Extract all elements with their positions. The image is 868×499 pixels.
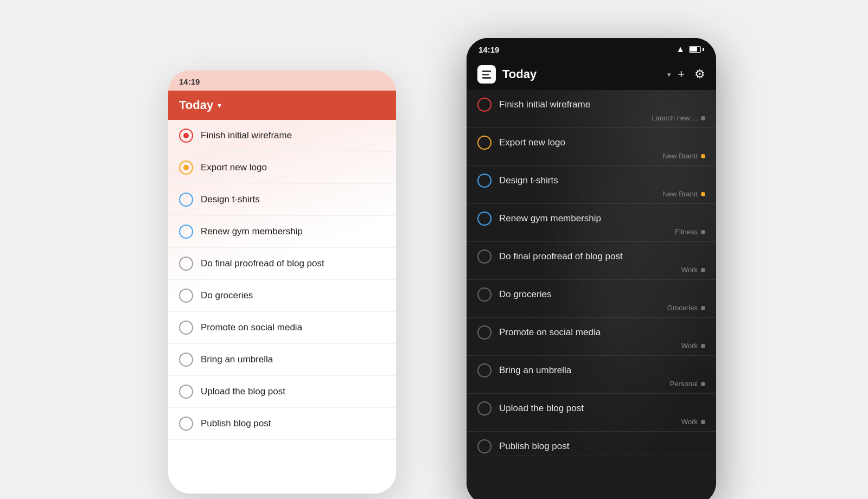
- task-label: Export new logo: [499, 137, 565, 148]
- task-label: Publish blog post: [201, 418, 271, 429]
- light-task-item[interactable]: Design t-shirts: [168, 184, 396, 216]
- task-circle: [477, 212, 492, 226]
- task-main: Do final proofread of blog post: [477, 242, 705, 266]
- tag-dot: [701, 154, 705, 158]
- task-label: Finish initial wireframe: [499, 99, 590, 110]
- dark-task-item[interactable]: Do final proofread of blog post Work: [467, 242, 716, 280]
- task-label: Do final proofread of blog post: [201, 258, 324, 269]
- light-task-item[interactable]: Export new logo: [168, 152, 396, 184]
- task-main: Bring an umbrella: [477, 356, 705, 380]
- dark-header-chevron: ▾: [667, 71, 671, 79]
- light-status-time: 14:19: [179, 77, 200, 86]
- dark-task-item[interactable]: Design t-shirts New Brand: [467, 166, 716, 204]
- task-tag: New Brand: [663, 190, 698, 198]
- dark-header: Today ▾ + ⚙: [467, 59, 716, 90]
- task-circle: [477, 136, 492, 150]
- light-task-item[interactable]: Bring an umbrella: [168, 344, 396, 376]
- tag-dot: [701, 382, 705, 386]
- tag-dot: [701, 268, 705, 272]
- task-label: Promote on social media: [499, 327, 601, 338]
- dark-task-item[interactable]: Promote on social media Work: [467, 318, 716, 356]
- dark-task-item[interactable]: Do groceries Groceries: [467, 280, 716, 318]
- task-meta: Work: [477, 418, 705, 431]
- task-tag: New Brand: [663, 152, 698, 160]
- light-task-item[interactable]: Finish initial wireframe: [168, 120, 396, 152]
- tag-dot: [701, 230, 705, 234]
- task-label: Bring an umbrella: [499, 365, 571, 376]
- task-tag: Work: [681, 418, 698, 426]
- phone-dark: 14:19 ▲: [467, 38, 716, 499]
- task-main: Upload the blog post: [477, 394, 705, 418]
- task-circle-gray: [179, 289, 193, 303]
- light-task-item[interactable]: Upload the blog post: [168, 376, 396, 408]
- battery-fill: [690, 47, 697, 52]
- task-label: Export new logo: [201, 162, 267, 173]
- light-task-list: Finish initial wireframe Export new logo…: [168, 120, 396, 440]
- light-task-item[interactable]: Do groceries: [168, 280, 396, 312]
- dark-task-item[interactable]: Bring an umbrella Personal: [467, 356, 716, 394]
- task-circle-gray: [179, 417, 193, 431]
- task-tag: Groceries: [667, 304, 698, 312]
- light-task-item[interactable]: Promote on social media: [168, 312, 396, 344]
- task-label: Do groceries: [201, 290, 253, 301]
- app-logo: [477, 65, 496, 84]
- logo-line-3: [482, 77, 491, 79]
- dark-status-time: 14:19: [478, 45, 499, 54]
- task-meta: Work: [477, 266, 705, 279]
- battery-container: [689, 46, 704, 53]
- tag-dot: [701, 420, 705, 424]
- scene: 14:19 Today ▾ Finish initial wireframe E…: [136, 38, 732, 461]
- add-button[interactable]: +: [678, 67, 685, 81]
- task-tag: Work: [681, 342, 698, 350]
- phone-light: 14:19 Today ▾ Finish initial wireframe E…: [168, 71, 396, 494]
- task-circle: [477, 325, 492, 340]
- task-label: Publish blog post: [499, 441, 569, 452]
- task-meta: Fitness: [477, 228, 705, 241]
- task-label: Design t-shirts: [499, 175, 558, 186]
- task-circle: [477, 98, 492, 112]
- dark-task-item[interactable]: Upload the blog post Work: [467, 394, 716, 432]
- settings-button[interactable]: ⚙: [694, 67, 705, 81]
- task-label: Do groceries: [499, 289, 551, 300]
- task-meta: Personal: [477, 380, 705, 393]
- task-label: Renew gym membership: [201, 226, 303, 237]
- light-header-chevron: ▾: [218, 101, 221, 110]
- circle-inner: [183, 133, 189, 138]
- light-status-bar: 14:19: [168, 71, 396, 91]
- task-circle: [477, 250, 492, 264]
- task-circle-yellow: [179, 161, 193, 175]
- logo-line-2: [482, 74, 489, 75]
- task-meta: New Brand: [477, 190, 705, 203]
- task-label: Renew gym membership: [499, 213, 601, 224]
- task-label: Upload the blog post: [499, 403, 584, 414]
- dark-task-item[interactable]: Renew gym membership Fitness: [467, 204, 716, 242]
- circle-inner: [183, 165, 189, 170]
- dark-task-item[interactable]: Finish initial wireframe Launch new ...: [467, 90, 716, 128]
- battery-tip: [703, 48, 704, 51]
- dark-task-item[interactable]: Publish blog post: [467, 432, 716, 456]
- light-task-item[interactable]: Publish blog post: [168, 408, 396, 440]
- task-main: Export new logo: [477, 128, 705, 152]
- wifi-icon: ▲: [676, 44, 685, 54]
- dark-task-list: Finish initial wireframe Launch new ... …: [467, 90, 716, 456]
- task-meta: Launch new ...: [477, 114, 705, 127]
- task-main: Renew gym membership: [477, 204, 705, 228]
- task-circle-blue: [179, 193, 193, 207]
- light-task-item[interactable]: Do final proofread of blog post: [168, 248, 396, 280]
- tag-dot: [701, 192, 705, 196]
- dark-task-item[interactable]: Export new logo New Brand: [467, 128, 716, 166]
- task-main: Do groceries: [477, 280, 705, 304]
- task-circle-gray: [179, 321, 193, 335]
- task-meta: New Brand: [477, 152, 705, 165]
- logo-lines: [482, 71, 491, 79]
- tag-dot: [701, 116, 705, 120]
- light-task-item[interactable]: Renew gym membership: [168, 216, 396, 248]
- task-main: Publish blog post: [477, 432, 705, 456]
- task-main: Finish initial wireframe: [477, 90, 705, 114]
- task-label: Design t-shirts: [201, 194, 260, 205]
- task-label: Promote on social media: [201, 322, 302, 333]
- task-circle-gray: [179, 353, 193, 367]
- task-label: Bring an umbrella: [201, 354, 273, 365]
- task-tag: Personal: [670, 380, 698, 388]
- dark-status-bar: 14:19 ▲: [467, 38, 716, 59]
